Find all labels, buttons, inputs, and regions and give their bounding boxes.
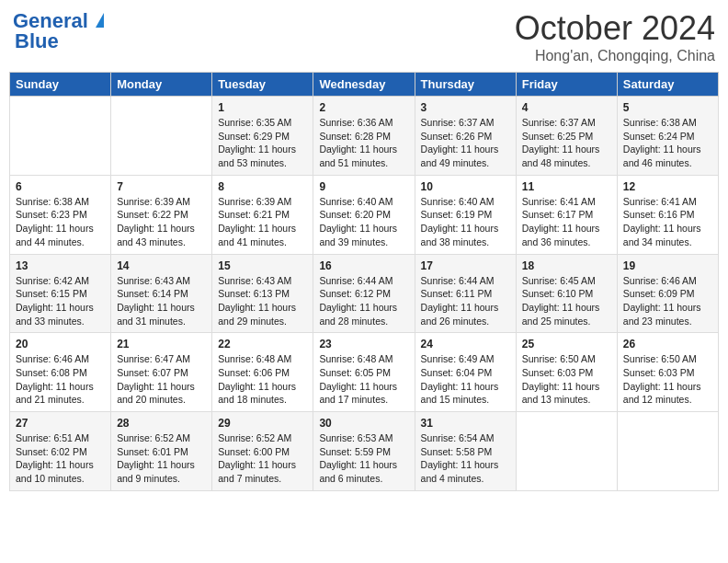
calendar-cell: 5Sunrise: 6:38 AM Sunset: 6:24 PM Daylig…	[617, 97, 718, 176]
calendar-cell: 15Sunrise: 6:43 AM Sunset: 6:13 PM Dayli…	[212, 254, 313, 333]
header-cell-wednesday: Wednesday	[313, 73, 415, 97]
day-info: Sunrise: 6:44 AM Sunset: 6:11 PM Dayligh…	[421, 274, 510, 328]
day-info: Sunrise: 6:35 AM Sunset: 6:29 PM Dayligh…	[218, 116, 307, 170]
day-info: Sunrise: 6:39 AM Sunset: 6:22 PM Dayligh…	[117, 195, 206, 249]
day-info: Sunrise: 6:51 AM Sunset: 6:02 PM Dayligh…	[16, 431, 105, 486]
day-info: Sunrise: 6:38 AM Sunset: 6:24 PM Dayligh…	[623, 116, 712, 170]
day-number: 17	[421, 259, 510, 272]
calendar-cell: 27Sunrise: 6:51 AM Sunset: 6:02 PM Dayli…	[10, 412, 111, 491]
day-info: Sunrise: 6:49 AM Sunset: 6:04 PM Dayligh…	[421, 352, 510, 407]
calendar-cell: 18Sunrise: 6:45 AM Sunset: 6:10 PM Dayli…	[516, 254, 617, 333]
day-info: Sunrise: 6:47 AM Sunset: 6:07 PM Dayligh…	[117, 352, 206, 407]
header-row: SundayMondayTuesdayWednesdayThursdayFrid…	[10, 73, 719, 97]
day-info: Sunrise: 6:46 AM Sunset: 6:09 PM Dayligh…	[623, 274, 712, 328]
logo-blue-text: Blue	[13, 29, 59, 53]
calendar-cell: 9Sunrise: 6:40 AM Sunset: 6:20 PM Daylig…	[313, 175, 415, 254]
day-info: Sunrise: 6:44 AM Sunset: 6:12 PM Dayligh…	[319, 274, 408, 328]
day-info: Sunrise: 6:48 AM Sunset: 6:05 PM Dayligh…	[319, 352, 408, 407]
day-number: 5	[623, 101, 712, 114]
logo: General Blue	[13, 9, 104, 53]
calendar-cell: 22Sunrise: 6:48 AM Sunset: 6:06 PM Dayli…	[212, 333, 313, 412]
header-cell-monday: Monday	[111, 73, 212, 97]
header-cell-tuesday: Tuesday	[212, 73, 313, 97]
day-number: 18	[522, 259, 611, 272]
calendar-cell: 1Sunrise: 6:35 AM Sunset: 6:29 PM Daylig…	[212, 97, 313, 176]
day-info: Sunrise: 6:38 AM Sunset: 6:23 PM Dayligh…	[16, 195, 105, 249]
day-number: 16	[319, 259, 408, 272]
day-number: 20	[16, 338, 105, 350]
day-info: Sunrise: 6:52 AM Sunset: 6:01 PM Dayligh…	[117, 431, 206, 486]
day-number: 29	[218, 417, 307, 430]
header-cell-saturday: Saturday	[617, 73, 718, 97]
day-info: Sunrise: 6:53 AM Sunset: 5:59 PM Dayligh…	[319, 431, 408, 486]
week-row-4: 20Sunrise: 6:46 AM Sunset: 6:08 PM Dayli…	[10, 333, 719, 412]
day-number: 3	[421, 101, 510, 114]
calendar-cell	[111, 97, 212, 176]
day-number: 1	[218, 101, 307, 114]
header-cell-sunday: Sunday	[10, 73, 111, 97]
calendar-cell: 24Sunrise: 6:49 AM Sunset: 6:04 PM Dayli…	[415, 333, 516, 412]
day-info: Sunrise: 6:43 AM Sunset: 6:13 PM Dayligh…	[218, 274, 307, 328]
day-info: Sunrise: 6:42 AM Sunset: 6:15 PM Dayligh…	[16, 274, 105, 328]
calendar-cell: 3Sunrise: 6:37 AM Sunset: 6:26 PM Daylig…	[415, 97, 516, 176]
day-number: 11	[522, 180, 611, 193]
month-title: October 2024	[515, 9, 715, 48]
calendar-cell	[617, 412, 718, 491]
day-info: Sunrise: 6:40 AM Sunset: 6:20 PM Dayligh…	[319, 195, 408, 249]
calendar-cell: 28Sunrise: 6:52 AM Sunset: 6:01 PM Dayli…	[111, 412, 212, 491]
calendar-table: SundayMondayTuesdayWednesdayThursdayFrid…	[9, 72, 719, 491]
calendar-cell: 14Sunrise: 6:43 AM Sunset: 6:14 PM Dayli…	[111, 254, 212, 333]
day-number: 15	[218, 259, 307, 272]
day-info: Sunrise: 6:43 AM Sunset: 6:14 PM Dayligh…	[117, 274, 206, 328]
day-info: Sunrise: 6:46 AM Sunset: 6:08 PM Dayligh…	[16, 352, 105, 407]
day-number: 25	[522, 338, 611, 350]
day-number: 30	[319, 417, 408, 430]
day-info: Sunrise: 6:37 AM Sunset: 6:26 PM Dayligh…	[421, 116, 510, 170]
day-number: 27	[16, 417, 105, 430]
calendar-cell: 16Sunrise: 6:44 AM Sunset: 6:12 PM Dayli…	[313, 254, 415, 333]
header-cell-thursday: Thursday	[415, 73, 516, 97]
day-number: 22	[218, 338, 307, 350]
day-number: 19	[623, 259, 712, 272]
day-info: Sunrise: 6:50 AM Sunset: 6:03 PM Dayligh…	[623, 352, 712, 407]
location: Hong'an, Chongqing, China	[515, 48, 715, 64]
day-number: 21	[117, 338, 206, 350]
calendar-cell: 6Sunrise: 6:38 AM Sunset: 6:23 PM Daylig…	[10, 175, 111, 254]
week-row-3: 13Sunrise: 6:42 AM Sunset: 6:15 PM Dayli…	[10, 254, 719, 333]
title-block: October 2024 Hong'an, Chongqing, China	[515, 9, 715, 64]
calendar-cell	[516, 412, 617, 491]
day-info: Sunrise: 6:54 AM Sunset: 5:58 PM Dayligh…	[421, 431, 510, 486]
calendar-cell	[10, 97, 111, 176]
day-number: 4	[522, 101, 611, 114]
calendar-cell: 19Sunrise: 6:46 AM Sunset: 6:09 PM Dayli…	[617, 254, 718, 333]
page-header: General Blue October 2024 Hong'an, Chong…	[9, 9, 719, 64]
calendar-cell: 2Sunrise: 6:36 AM Sunset: 6:28 PM Daylig…	[313, 97, 415, 176]
day-info: Sunrise: 6:40 AM Sunset: 6:19 PM Dayligh…	[421, 195, 510, 249]
calendar-cell: 17Sunrise: 6:44 AM Sunset: 6:11 PM Dayli…	[415, 254, 516, 333]
calendar-cell: 20Sunrise: 6:46 AM Sunset: 6:08 PM Dayli…	[10, 333, 111, 412]
day-number: 8	[218, 180, 307, 193]
week-row-1: 1Sunrise: 6:35 AM Sunset: 6:29 PM Daylig…	[10, 97, 719, 176]
calendar-cell: 4Sunrise: 6:37 AM Sunset: 6:25 PM Daylig…	[516, 97, 617, 176]
day-number: 12	[623, 180, 712, 193]
day-number: 24	[421, 338, 510, 350]
day-number: 9	[319, 180, 408, 193]
calendar-cell: 25Sunrise: 6:50 AM Sunset: 6:03 PM Dayli…	[516, 333, 617, 412]
calendar-cell: 30Sunrise: 6:53 AM Sunset: 5:59 PM Dayli…	[313, 412, 415, 491]
day-info: Sunrise: 6:52 AM Sunset: 6:00 PM Dayligh…	[218, 431, 307, 486]
day-number: 14	[117, 259, 206, 272]
day-number: 7	[117, 180, 206, 193]
day-info: Sunrise: 6:36 AM Sunset: 6:28 PM Dayligh…	[319, 116, 408, 170]
calendar-cell: 8Sunrise: 6:39 AM Sunset: 6:21 PM Daylig…	[212, 175, 313, 254]
day-number: 2	[319, 101, 408, 114]
day-number: 13	[16, 259, 105, 272]
calendar-cell: 10Sunrise: 6:40 AM Sunset: 6:19 PM Dayli…	[415, 175, 516, 254]
week-row-2: 6Sunrise: 6:38 AM Sunset: 6:23 PM Daylig…	[10, 175, 719, 254]
day-info: Sunrise: 6:41 AM Sunset: 6:17 PM Dayligh…	[522, 195, 611, 249]
day-number: 6	[16, 180, 105, 193]
calendar-cell: 21Sunrise: 6:47 AM Sunset: 6:07 PM Dayli…	[111, 333, 212, 412]
calendar-cell: 23Sunrise: 6:48 AM Sunset: 6:05 PM Dayli…	[313, 333, 415, 412]
day-number: 10	[421, 180, 510, 193]
day-number: 28	[117, 417, 206, 430]
calendar-cell: 11Sunrise: 6:41 AM Sunset: 6:17 PM Dayli…	[516, 175, 617, 254]
